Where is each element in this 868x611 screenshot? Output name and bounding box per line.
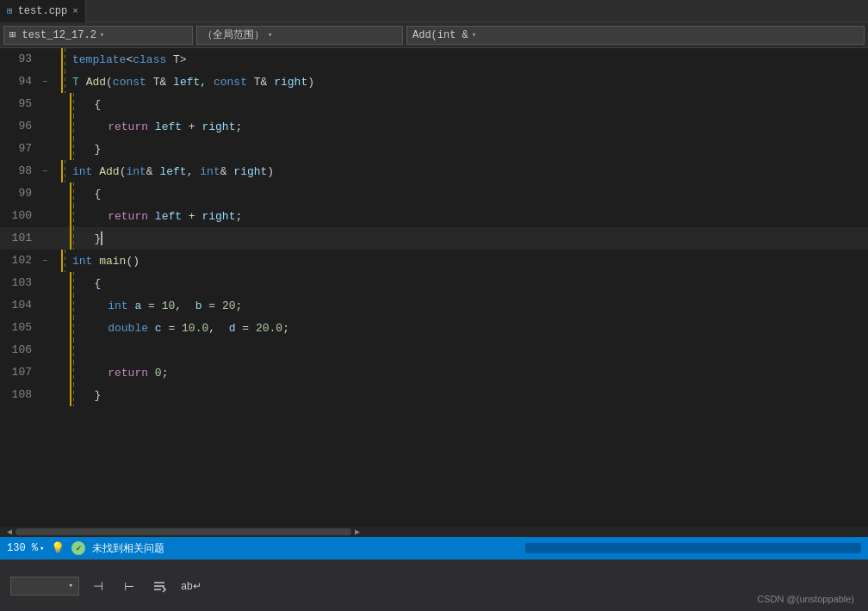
fold-marker[interactable] [39,272,51,294]
table-row: 94 − T Add(const T& left, const T& right… [0,71,868,93]
format-btn1[interactable] [148,574,172,598]
table-row: 101 } [0,227,868,250]
format-btn2[interactable]: ab↵ [179,574,203,598]
code-line-103[interactable]: { [51,272,101,294]
code-line-104[interactable]: int a = 10, b = 20; [51,294,242,317]
code-line-107[interactable]: return 0; [51,361,168,384]
line-number: 106 [0,339,39,361]
line-number: 103 [0,272,39,294]
fold-marker[interactable] [39,339,51,361]
status-message: 未找到相关问题 [92,541,164,556]
fold-marker[interactable]: − [39,250,51,272]
status-scroll-area [171,543,861,553]
code-line-99[interactable]: { [51,182,101,205]
fold-marker[interactable] [39,138,51,160]
fold-marker[interactable] [39,384,51,406]
tab-label: test.cpp [18,5,68,17]
code-line-96[interactable]: return left + right; [51,115,242,138]
code-line-100[interactable]: return left + right; [51,205,242,227]
line-number: 96 [0,115,39,138]
context-dropdown-arrow: ▾ [268,30,272,40]
line-number: 95 [0,93,39,115]
line-number: 100 [0,205,39,227]
code-lines: 93 template<class T> 94 − T Add(const T [0,48,868,527]
code-line-98[interactable]: int Add(int& left, int& right) [51,160,274,182]
code-line-101[interactable]: } [51,227,102,250]
status-bar: 130 % ▾ 💡 ✓ 未找到相关问题 [0,537,868,559]
table-row: 103 { [0,272,868,294]
bottom-toolbar: ▾ ⊣ ⊢ ab↵ CSDN @(unstoppable) [0,559,868,611]
code-line-105[interactable]: double c = 10.0, d = 20.0; [51,317,289,339]
line-number: 102 [0,250,39,272]
line-number: 98 [0,160,39,182]
scrollbar-thumb[interactable] [16,528,351,535]
function-dropdown-arrow: ▾ [472,30,476,40]
fold-marker[interactable] [39,361,51,384]
code-line-97[interactable]: } [51,138,101,160]
zoom-label: 130 % [7,542,38,554]
code-line-95[interactable]: { [51,93,101,115]
code-line-108[interactable]: } [51,384,101,406]
tab-bar: ⊞ test.cpp × [0,0,868,22]
code-line-93[interactable]: template<class T> [51,48,187,71]
zoom-arrow: ▾ [40,544,44,553]
bottom-dropdown-arrow: ▾ [69,581,73,590]
fold-marker[interactable] [39,317,51,339]
fold-marker[interactable] [39,48,51,71]
scroll-right-arrow[interactable]: ▶ [351,527,363,537]
fold-marker[interactable] [39,93,51,115]
context-dropdown[interactable]: （全局范围） ▾ [196,26,403,45]
comment-icon: ab↵ [181,580,201,592]
status-scroll-track [525,543,861,553]
fold-marker[interactable]: − [39,71,51,93]
line-number: 107 [0,361,39,384]
scope-dropdown[interactable]: ⊞ test_12_17.2 ▾ [3,26,193,45]
context-dropdown-label: （全局范围） [202,28,264,42]
scope-dropdown-label: ⊞ test_12_17.2 [9,28,96,41]
table-row: 95 { [0,93,868,115]
lightbulb-icon: 💡 [51,541,65,555]
function-dropdown[interactable]: Add(int & ▾ [406,26,865,45]
fold-marker[interactable] [39,294,51,317]
table-row: 98 − int Add(int& left, int& right) [0,160,868,182]
code-line-94[interactable]: T Add(const T& left, const T& right) [51,71,314,93]
table-row: 106 [0,339,868,361]
table-row: 108 } [0,384,868,406]
table-row: 93 template<class T> [0,48,868,71]
line-number: 97 [0,138,39,160]
code-line-102[interactable]: int main() [51,250,140,272]
code-line-106[interactable] [51,339,81,361]
table-row: 99 { [0,182,868,205]
fold-marker[interactable] [39,205,51,227]
scope-dropdown-arrow: ▾ [100,30,104,40]
fold-marker[interactable]: − [39,160,51,182]
line-number: 108 [0,384,39,406]
horizontal-scrollbar[interactable]: ◀ ▶ [0,527,868,537]
fold-marker[interactable] [39,182,51,205]
tab-close[interactable]: × [72,6,78,16]
fold-marker[interactable] [39,227,51,250]
watermark: CSDN @(unstoppable) [757,594,854,604]
format-icon [152,578,168,594]
table-row: 104 int a = 10, b = 20; [0,294,868,317]
editor-toolbar: ⊞ test_12_17.2 ▾ （全局范围） ▾ Add(int & ▾ [0,22,868,48]
bottom-dropdown[interactable]: ▾ [10,577,79,596]
table-row: 107 return 0; [0,361,868,384]
line-number: 94 [0,71,39,93]
file-icon: ⊞ [7,5,13,16]
line-number: 99 [0,182,39,205]
line-number: 101 [0,227,39,250]
zoom-control[interactable]: 130 % ▾ [7,542,44,554]
line-number: 105 [0,317,39,339]
table-row: 97 } [0,138,868,160]
indent-btn2[interactable]: ⊢ [117,574,141,598]
scroll-left-arrow[interactable]: ◀ [3,527,16,537]
fold-marker[interactable] [39,115,51,138]
line-number: 93 [0,48,39,71]
line-number: 104 [0,294,39,317]
indent-btn1[interactable]: ⊣ [86,574,110,598]
editor-container: 93 template<class T> 94 − T Add(const T [0,48,868,537]
table-row: 100 return left + right; [0,205,868,227]
file-tab[interactable]: ⊞ test.cpp × [0,0,86,22]
status-check-icon: ✓ [71,541,85,555]
